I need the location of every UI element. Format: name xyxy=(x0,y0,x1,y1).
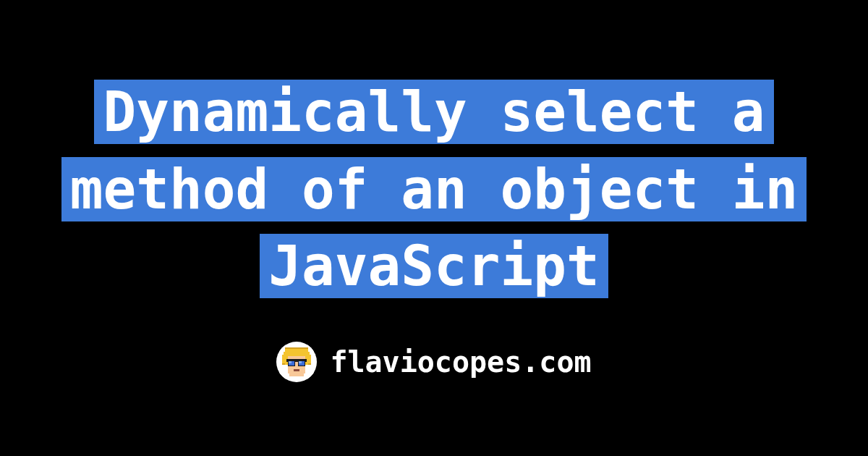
svg-rect-13 xyxy=(299,361,302,363)
site-name: flaviocopes.com xyxy=(330,345,591,379)
svg-rect-6 xyxy=(289,372,304,376)
byline: flaviocopes.com xyxy=(276,342,591,382)
svg-rect-16 xyxy=(282,363,285,365)
svg-rect-17 xyxy=(308,363,311,365)
avatar-icon xyxy=(279,345,314,379)
svg-rect-14 xyxy=(294,369,299,371)
avatar xyxy=(276,342,317,382)
svg-rect-10 xyxy=(289,361,292,363)
svg-rect-15 xyxy=(285,347,308,349)
page-title: Dynamically select a method of an object… xyxy=(0,74,868,305)
title-text: Dynamically select a method of an object… xyxy=(61,80,807,298)
